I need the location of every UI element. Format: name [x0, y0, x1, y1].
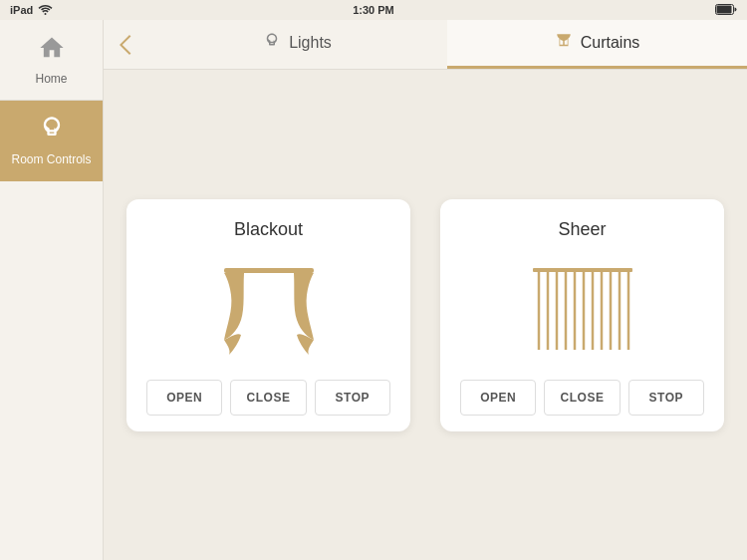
content-area: Blackout OP	[104, 70, 747, 560]
tab-curtains-label: Curtains	[581, 34, 640, 52]
tab-lights-label: Lights	[289, 34, 332, 52]
app-container: Home Room Controls	[0, 20, 747, 560]
blackout-open-button[interactable]: OPEN	[146, 380, 222, 416]
main-content: Lights Curtains Blackout	[104, 20, 747, 560]
sidebar: Home Room Controls	[0, 20, 104, 560]
battery-icon	[715, 4, 737, 17]
blackout-btn-group: OPEN CLOSE STOP	[146, 380, 390, 416]
back-button[interactable]	[104, 20, 147, 69]
sheer-close-button[interactable]: CLOSE	[544, 380, 620, 416]
svg-rect-3	[224, 268, 314, 273]
status-right	[715, 4, 737, 17]
curtains-tab-icon	[555, 32, 573, 54]
tab-bar: Lights Curtains	[104, 20, 747, 70]
sheer-btn-group: OPEN CLOSE STOP	[460, 380, 704, 416]
svg-rect-2	[717, 5, 732, 13]
lights-tab-icon	[263, 32, 281, 54]
carrier-label: iPad	[10, 4, 33, 16]
sheer-card: Sheer	[440, 199, 724, 431]
sheer-title: Sheer	[558, 219, 606, 240]
sheer-icon	[523, 260, 642, 360]
blackout-stop-button[interactable]: STOP	[315, 380, 390, 416]
status-left: iPad	[10, 4, 53, 17]
sheer-open-button[interactable]: OPEN	[460, 380, 536, 416]
blackout-title: Blackout	[234, 219, 303, 240]
room-controls-icon	[38, 115, 66, 146]
blackout-close-button[interactable]: CLOSE	[230, 380, 306, 416]
svg-point-0	[45, 13, 47, 15]
blackout-icon	[209, 260, 329, 360]
sheer-stop-button[interactable]: STOP	[628, 380, 704, 416]
sidebar-room-controls-label: Room Controls	[11, 152, 91, 166]
sidebar-item-home[interactable]: Home	[0, 20, 103, 101]
sidebar-item-room-controls[interactable]: Room Controls	[0, 101, 103, 180]
status-bar: iPad 1:30 PM	[0, 0, 747, 20]
wifi-icon	[38, 4, 53, 17]
svg-rect-4	[533, 268, 632, 272]
tab-curtains[interactable]: Curtains	[447, 20, 747, 69]
home-icon	[38, 34, 66, 66]
tab-lights[interactable]: Lights	[147, 20, 447, 69]
status-time: 1:30 PM	[353, 4, 394, 16]
sidebar-home-label: Home	[35, 72, 67, 86]
blackout-card: Blackout OP	[126, 199, 410, 431]
